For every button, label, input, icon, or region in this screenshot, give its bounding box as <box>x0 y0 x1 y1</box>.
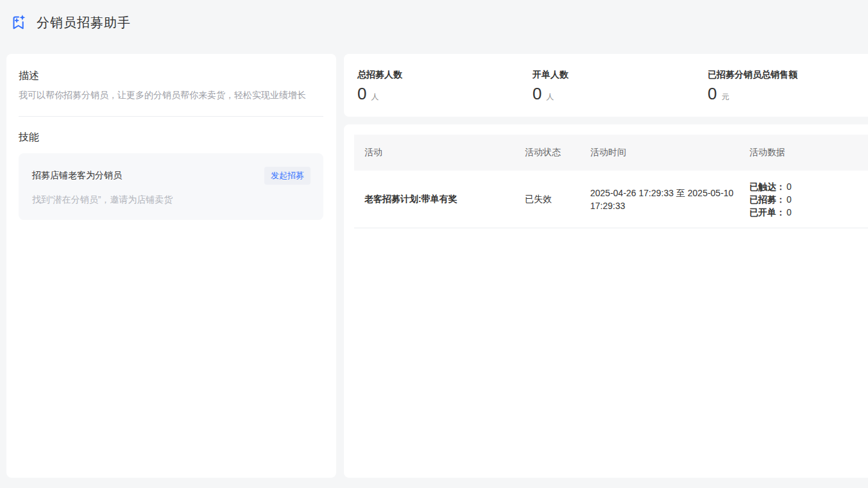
column-header-data: 活动数据 <box>739 147 868 158</box>
skill-name: 招募店铺老客为分销员 <box>32 170 122 181</box>
activity-name: 老客招募计划:带单有奖 <box>354 194 515 205</box>
activity-status: 已失效 <box>515 194 580 205</box>
page-title: 分销员招募助手 <box>37 14 131 31</box>
table-header-row: 活动 活动状态 活动时间 活动数据 <box>354 135 868 171</box>
stat-total-recruited: 总招募人数 0 人 <box>357 69 532 117</box>
column-header-status: 活动状态 <box>515 147 580 158</box>
stat-value: 0 <box>708 84 717 103</box>
stats-panel: 总招募人数 0 人 开单人数 0 人 已招募分销员总销售额 0 元 <box>344 54 868 117</box>
metric-ordered: 已开单：0 <box>749 206 868 219</box>
metric-reached: 已触达：0 <box>749 180 868 193</box>
stat-value: 0 <box>357 84 366 103</box>
bookmark-sparkle-icon <box>9 13 27 31</box>
description-text: 我可以帮你招募分销员，让更多的分销员帮你来卖货，轻松实现业绩增长 <box>19 88 323 101</box>
divider <box>19 116 323 117</box>
stat-label: 开单人数 <box>532 69 708 80</box>
skill-card: 招募店铺老客为分销员 发起招募 找到“潜在分销员”，邀请为店铺卖货 <box>19 153 323 220</box>
activity-table-panel: 活动 活动状态 活动时间 活动数据 老客招募计划:带单有奖 已失效 2025-0… <box>344 124 868 478</box>
stat-total-sales: 已招募分销员总销售额 0 元 <box>708 69 868 117</box>
table-row: 老客招募计划:带单有奖 已失效 2025-04-26 17:29:33 至 20… <box>354 171 868 228</box>
activity-metrics: 已触达：0 已招募：0 已开单：0 <box>739 180 868 219</box>
stat-order-openers: 开单人数 0 人 <box>532 69 708 117</box>
app-header: 分销员招募助手 <box>0 0 868 45</box>
stat-label: 已招募分销员总销售额 <box>708 69 868 80</box>
column-header-activity: 活动 <box>354 147 515 158</box>
stat-value: 0 <box>532 84 541 103</box>
assistant-profile-panel: 描述 我可以帮你招募分销员，让更多的分销员帮你来卖货，轻松实现业绩增长 技能 招… <box>6 54 336 478</box>
start-recruit-button[interactable]: 发起招募 <box>264 167 311 185</box>
skills-heading: 技能 <box>19 130 323 144</box>
metric-recruited: 已招募：0 <box>749 193 868 206</box>
stat-unit: 人 <box>371 92 379 103</box>
stat-unit: 人 <box>546 92 554 103</box>
description-heading: 描述 <box>19 69 323 83</box>
activity-time: 2025-04-26 17:29:33 至 2025-05-10 17:29:3… <box>580 187 739 212</box>
stat-label: 总招募人数 <box>357 69 532 80</box>
skill-description: 找到“潜在分销员”，邀请为店铺卖货 <box>32 194 311 206</box>
stat-unit: 元 <box>721 92 729 103</box>
app-root: 分销员招募助手 描述 我可以帮你招募分销员，让更多的分销员帮你来卖货，轻松实现业… <box>0 0 868 488</box>
column-header-time: 活动时间 <box>580 147 739 158</box>
